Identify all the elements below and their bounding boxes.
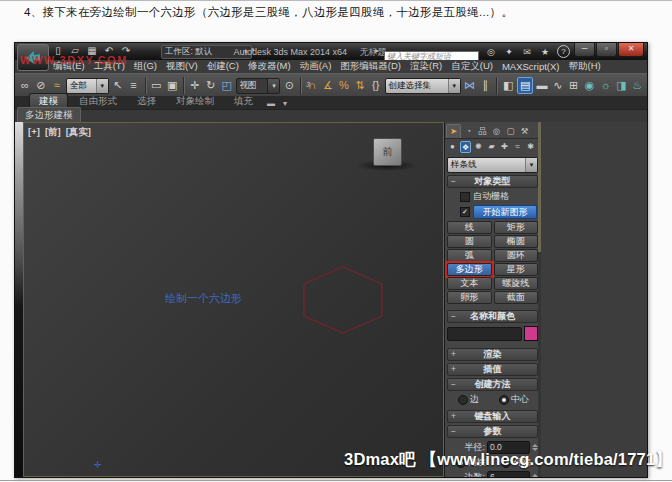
angle-snap-icon[interactable]: ∡ bbox=[321, 78, 335, 93]
curve-editor-icon[interactable]: ∿ bbox=[551, 78, 565, 93]
bind-to-space-warp-icon[interactable]: ≈ bbox=[50, 78, 64, 93]
align-icon[interactable]: ∥ bbox=[479, 78, 493, 93]
object-name-field[interactable] bbox=[447, 327, 522, 341]
shape-rectangle-button[interactable]: 矩形 bbox=[494, 221, 539, 234]
named-selection-sets-dropdown[interactable]: 创建选择集 ▾ bbox=[385, 78, 461, 94]
shape-star-button[interactable]: 星形 bbox=[494, 263, 539, 276]
shape-donut-button[interactable]: 圆环 bbox=[494, 249, 539, 262]
ribbon-tab-object-paint[interactable]: 对象绘制 bbox=[167, 94, 223, 109]
menu-animation[interactable]: 动画(A) bbox=[300, 60, 332, 73]
search-icon[interactable]: ◎ bbox=[485, 46, 497, 58]
select-and-link-icon[interactable]: ∞ bbox=[18, 78, 32, 93]
rollout-rendering[interactable]: + 渲染 bbox=[447, 348, 538, 361]
autogrid-checkbox[interactable] bbox=[460, 192, 470, 202]
menu-rendering[interactable]: 渲染(R) bbox=[410, 60, 442, 73]
percent-snap-icon[interactable]: % bbox=[337, 78, 351, 93]
select-and-move-icon[interactable]: ✛ bbox=[188, 78, 202, 93]
ribbon-tab-populate[interactable]: 填充 bbox=[225, 94, 262, 109]
menu-create[interactable]: 创建(C) bbox=[207, 60, 239, 73]
tab-create-icon[interactable]: ➤ bbox=[446, 124, 461, 138]
select-by-name-icon[interactable]: ≡ bbox=[127, 78, 141, 93]
use-pivot-point-icon[interactable]: ⊙ bbox=[282, 78, 296, 93]
ribbon-minimize-icon[interactable]: ▬ bbox=[264, 98, 278, 109]
select-and-rotate-icon[interactable]: ↻ bbox=[204, 78, 218, 93]
shape-ngon-button[interactable]: 多边形 bbox=[447, 263, 492, 276]
mirror-icon[interactable]: ⋈ bbox=[463, 78, 477, 93]
category-geometry-icon[interactable]: ● bbox=[447, 141, 458, 153]
menu-maxscript[interactable]: MAXScript(X) bbox=[502, 61, 560, 72]
shape-ellipse-button[interactable]: 椭圆 bbox=[494, 235, 539, 248]
tab-modify-icon[interactable]: ◔ bbox=[462, 125, 475, 138]
tab-display-icon[interactable]: ▢ bbox=[504, 125, 517, 138]
ribbon-tab-selection[interactable]: 选择 bbox=[128, 94, 165, 109]
rollout-object-type[interactable]: − 对象类型 bbox=[447, 175, 538, 188]
maximize-button[interactable]: ▫ bbox=[596, 43, 617, 57]
menu-graph-editors[interactable]: 图形编辑器(D) bbox=[340, 60, 401, 73]
select-object-icon[interactable]: ↖ bbox=[111, 78, 125, 93]
viewport-menu-plus[interactable]: [+] bbox=[28, 126, 40, 139]
window-crossing-icon[interactable]: ▣ bbox=[165, 78, 179, 93]
minimize-button[interactable]: ─ bbox=[574, 43, 595, 57]
menu-help[interactable]: 帮助(H) bbox=[568, 60, 600, 73]
category-shapes-icon[interactable]: ❖ bbox=[460, 141, 471, 153]
object-color-swatch[interactable] bbox=[524, 326, 538, 341]
category-helpers-icon[interactable]: ✚ bbox=[499, 141, 510, 153]
menu-views[interactable]: 视图(V) bbox=[166, 60, 198, 73]
communication-center-icon[interactable]: ✉ bbox=[521, 46, 533, 58]
material-editor-icon[interactable]: ◉ bbox=[583, 78, 597, 93]
viewport-shading-label[interactable]: [真实] bbox=[66, 126, 91, 139]
rectangular-selection-region-icon[interactable]: ▭ bbox=[149, 78, 163, 93]
ribbon-toggle-icon[interactable]: ▬ bbox=[535, 78, 549, 93]
select-and-scale-icon[interactable]: ◰ bbox=[220, 78, 234, 93]
layer-explorer-icon[interactable]: ▤ bbox=[517, 77, 533, 94]
tab-motion-icon[interactable]: ◎ bbox=[490, 125, 503, 138]
shape-type-dropdown[interactable]: 样条线 ▾ bbox=[447, 157, 538, 173]
menu-modifiers[interactable]: 修改器(M) bbox=[248, 60, 291, 73]
viewport-view-label[interactable]: [前] bbox=[45, 126, 61, 139]
selection-filter-dropdown[interactable]: 全部 ▾ bbox=[66, 78, 109, 94]
help-icon[interactable]: ? bbox=[557, 45, 570, 58]
category-systems-icon[interactable]: ✱ bbox=[525, 141, 536, 153]
menu-customize[interactable]: 自定义(U) bbox=[451, 60, 493, 73]
tab-utilities-icon[interactable]: ⚒ bbox=[518, 125, 531, 138]
rollout-parameters[interactable]: − 参数 bbox=[447, 425, 538, 438]
spinner-snap-icon[interactable]: ⇅ bbox=[353, 78, 367, 93]
close-button[interactable]: ✕ bbox=[618, 43, 644, 57]
subscription-center-icon[interactable]: ✦ bbox=[503, 46, 515, 58]
center-option[interactable]: 中心 bbox=[497, 393, 529, 406]
unlink-selection-icon[interactable]: ⊘ bbox=[34, 78, 48, 93]
category-cameras-icon[interactable]: ▰ bbox=[486, 141, 497, 153]
ribbon-options-caret-icon[interactable]: ▾ bbox=[280, 98, 290, 109]
category-lights-icon[interactable]: ✺ bbox=[473, 141, 484, 153]
shape-helix-button[interactable]: 螺旋线 bbox=[494, 277, 539, 290]
edge-option[interactable]: 边 bbox=[456, 393, 479, 406]
shape-text-button[interactable]: 文本 bbox=[447, 277, 492, 290]
infocenter-expand-icon[interactable]: ▸ bbox=[375, 46, 379, 55]
reference-coordinate-dropdown[interactable]: 视图 ▾ bbox=[236, 78, 281, 94]
edge-radio[interactable] bbox=[458, 395, 468, 405]
front-viewport[interactable]: [+] [前] [真实] 前 绘制一个六边形 ✛ bbox=[23, 122, 444, 477]
viewcube[interactable]: 前 bbox=[373, 138, 402, 166]
tab-hierarchy-icon[interactable]: 品 bbox=[476, 125, 489, 138]
polygon-modeling-panel-tab[interactable]: 多边形建模 bbox=[17, 107, 81, 123]
shape-egg-button[interactable]: 卵形 bbox=[447, 291, 492, 304]
menu-group[interactable]: 组(G) bbox=[134, 60, 157, 73]
center-radio[interactable] bbox=[499, 395, 509, 405]
rollout-creation-method[interactable]: − 创建方法 bbox=[447, 378, 538, 391]
rendered-frame-window-icon[interactable]: ◨ bbox=[614, 78, 628, 93]
rollout-interpolation[interactable]: + 插值 bbox=[447, 363, 538, 376]
rollout-name-color[interactable]: − 名称和颜色 bbox=[447, 310, 538, 323]
shape-section-button[interactable]: 截面 bbox=[494, 291, 539, 304]
snaps-toggle-icon[interactable]: 3∩ bbox=[305, 78, 319, 93]
sides-field[interactable]: 6 bbox=[487, 471, 530, 477]
category-spacewarps-icon[interactable]: ≈ bbox=[512, 141, 523, 153]
schematic-view-icon[interactable]: ⊞ bbox=[567, 78, 581, 93]
render-production-teapot-icon[interactable]: ♨ bbox=[630, 78, 644, 93]
scene-explorer-icon[interactable]: ◧ bbox=[501, 78, 515, 93]
start-new-shape-checkbox[interactable]: ✓ bbox=[460, 207, 470, 217]
start-new-shape-button[interactable]: 开始新图形 bbox=[473, 205, 537, 219]
render-setup-icon[interactable]: ☼ bbox=[599, 78, 613, 93]
rollout-keyboard-entry[interactable]: + 键盘输入 bbox=[447, 410, 538, 423]
edit-named-selection-sets-icon[interactable]: {} bbox=[369, 78, 383, 93]
favorites-star-icon[interactable]: ★ bbox=[539, 46, 551, 58]
